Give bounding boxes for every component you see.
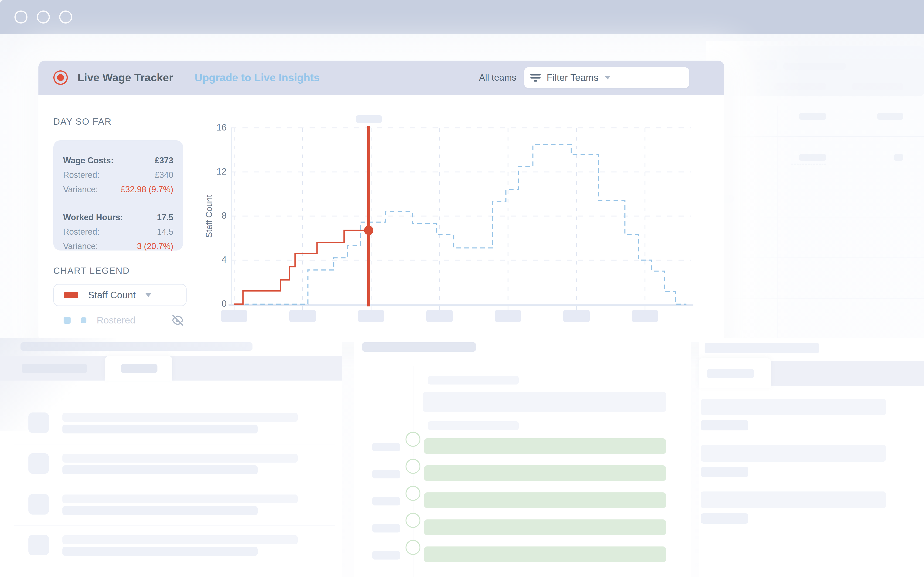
rostered-swatch-dash-1: [64, 317, 71, 324]
window-circle-3[interactable]: [59, 10, 72, 24]
record-icon: [53, 70, 68, 85]
now-time-skeleton-label: [356, 115, 382, 123]
y-tick-12: 12: [206, 166, 227, 177]
x-tick-skeleton-1: [289, 310, 316, 322]
legend-rostered-label: Rostered: [96, 315, 135, 326]
day-so-far-heading: DAY SO FAR: [53, 116, 112, 127]
legend-rostered-row: Rostered: [53, 313, 186, 328]
filter-teams-label: Filter Teams: [547, 72, 599, 83]
y-tick-0: 0: [206, 298, 227, 309]
rostered-line: [244, 145, 686, 304]
window-circle-1[interactable]: [14, 10, 27, 24]
wage-rostered-value: £340: [155, 168, 173, 182]
live-wage-tracker-panel: Live Wage Tracker Upgrade to Live Insigh…: [39, 61, 725, 342]
skeleton-section-right: [699, 338, 924, 577]
wage-costs-value: £373: [155, 153, 173, 168]
x-tick-skeleton-0: [221, 310, 247, 322]
wage-rostered-label: Rostered:: [63, 168, 100, 182]
panel-header: Live Wage Tracker Upgrade to Live Insigh…: [39, 61, 725, 95]
chart-legend-heading: CHART LEGEND: [53, 266, 130, 276]
y-tick-16: 16: [206, 122, 227, 132]
day-so-far-card: Wage Costs: £373 Rostered: £340 Variance…: [53, 140, 183, 250]
skeleton-section-left: [0, 338, 342, 577]
all-teams-label: All teams: [479, 73, 516, 83]
worked-hours-value: 17.5: [157, 210, 173, 225]
screen: Live Wage Tracker Upgrade to Live Insigh…: [0, 0, 924, 577]
chevron-down-icon: [145, 293, 151, 297]
panel-title: Live Wage Tracker: [77, 71, 173, 84]
skeleton-section-middle: [354, 338, 691, 577]
legend-staff-count-label: Staff Count: [88, 290, 135, 301]
y-tick-4: 4: [206, 255, 227, 265]
hours-variance-value: 3 (20.7%): [137, 239, 173, 253]
legend-series-dropdown[interactable]: Staff Count: [53, 284, 186, 306]
x-tick-skeleton-2: [358, 310, 384, 322]
y-tick-8: 8: [206, 210, 227, 221]
hours-variance-label: Variance:: [63, 239, 98, 253]
wage-variance-label: Variance:: [63, 182, 98, 197]
upgrade-link[interactable]: Upgrade to Live Insights: [195, 71, 320, 84]
worked-hours-label: Worked Hours:: [63, 210, 123, 225]
wage-costs-label: Wage Costs:: [63, 153, 114, 168]
filter-icon: [530, 74, 541, 82]
wage-chart-svg: [231, 125, 691, 314]
hours-rostered-value: 14.5: [157, 225, 173, 239]
x-tick-skeleton-5: [563, 310, 590, 322]
now-marker-dot: [364, 226, 373, 235]
rostered-swatch-dash-2: [81, 318, 87, 323]
wage-variance-value: £32.98 (9.7%): [121, 182, 173, 197]
window-titlebar: [0, 0, 924, 34]
hours-rostered-label: Rostered:: [63, 225, 100, 239]
chevron-down-icon: [605, 76, 611, 79]
x-tick-skeleton-4: [495, 310, 521, 322]
x-tick-skeleton-6: [632, 310, 658, 322]
staff-count-swatch: [64, 292, 78, 298]
staff-count-line: [234, 230, 369, 304]
x-tick-skeleton-3: [426, 310, 453, 322]
filter-teams-dropdown[interactable]: Filter Teams: [524, 67, 689, 88]
eye-off-icon[interactable]: [172, 314, 184, 326]
window-circle-2[interactable]: [37, 10, 50, 24]
